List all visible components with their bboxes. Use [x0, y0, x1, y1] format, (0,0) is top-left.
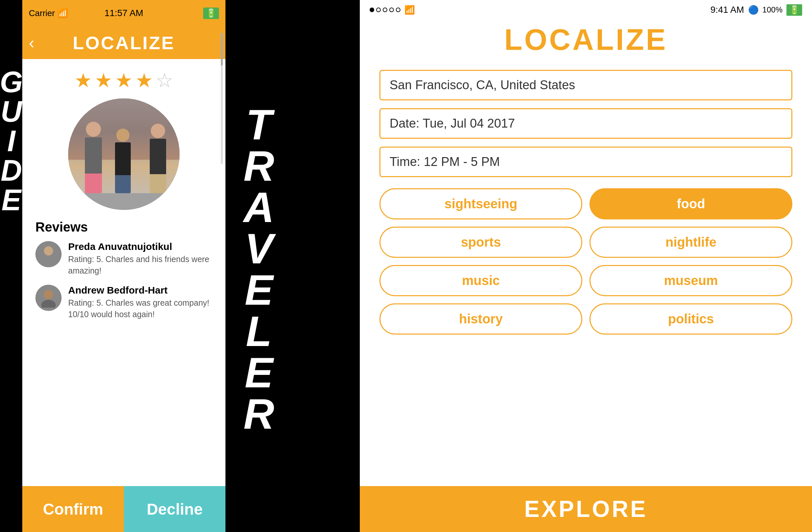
tag-politics[interactable]: politics — [590, 304, 792, 335]
right-phone: 📶 9:41 AM 🔵 100% 🔋 LOCALIZE San Francisc… — [360, 0, 812, 532]
explore-button[interactable]: EXPLORE — [524, 496, 648, 522]
photo-background — [68, 98, 179, 210]
avatar-1-icon — [39, 244, 58, 264]
right-app-title: LOCALIZE — [504, 23, 667, 57]
tag-sports-label: sports — [461, 235, 501, 249]
tag-museum[interactable]: museum — [590, 265, 792, 296]
svg-point-3 — [41, 300, 56, 308]
tag-nightlife-label: nightlife — [666, 235, 717, 249]
reviews-section: Reviews Preda Anuvatnujotikul Rating: 5.… — [32, 220, 216, 328]
tag-politics-label: politics — [668, 312, 714, 326]
reviewer-1-text: Rating: 5. Charles and his friends were … — [68, 253, 212, 277]
signal-dot-2 — [376, 8, 381, 12]
tag-sightseeing-label: sightseeing — [444, 196, 517, 211]
star-2: ★ — [95, 69, 112, 92]
scroll-thumb — [221, 33, 223, 66]
tag-history-label: history — [459, 312, 503, 326]
star-1: ★ — [74, 69, 92, 92]
tag-nightlife[interactable]: nightlife — [590, 227, 792, 258]
right-status-bar: 📶 9:41 AM 🔵 100% 🔋 — [360, 0, 812, 20]
review-item-2: Andrew Bedford-Hart Rating: 5. Charles w… — [35, 285, 212, 320]
traveler-text: TRAVELER — [234, 101, 284, 431]
tag-food-label: food — [677, 196, 705, 211]
star-3: ★ — [115, 69, 133, 92]
scroll-indicator — [221, 33, 223, 164]
left-status-bar: Carrier 📶 11:57 AM 🔋 — [22, 0, 226, 26]
svg-point-1 — [41, 256, 56, 264]
review-item-1: Preda Anuvatnujotikul Rating: 5. Charles… — [35, 241, 212, 277]
wifi-icon: 📶 — [57, 8, 68, 18]
left-phone: Carrier 📶 11:57 AM 🔋 ‹ LOCALIZE ★ ★ ★ ★ … — [22, 0, 226, 532]
star-4: ★ — [135, 69, 153, 92]
decline-button[interactable]: Decline — [124, 486, 226, 532]
left-footer: Confirm Decline — [22, 486, 226, 532]
right-status-icons: 9:41 AM 🔵 100% 🔋 — [710, 4, 802, 16]
carrier-text: Carrier — [29, 8, 55, 18]
review-2-text-block: Andrew Bedford-Hart Rating: 5. Charles w… — [68, 285, 212, 320]
right-battery-percent: 100% — [763, 5, 783, 14]
reviewer-avatar-1 — [35, 241, 62, 267]
signal-bars — [369, 8, 401, 12]
tag-history[interactable]: history — [379, 304, 582, 335]
left-app-title: LOCALIZE — [73, 32, 175, 54]
tag-museum-label: museum — [664, 273, 718, 288]
location-value: San Francisco, CA, United States — [390, 78, 575, 92]
left-header: ‹ LOCALIZE — [22, 26, 226, 59]
left-status-time: 11:57 AM — [104, 8, 143, 18]
confirm-button[interactable]: Confirm — [22, 486, 124, 532]
tag-music[interactable]: music — [379, 265, 582, 296]
location-field[interactable]: San Francisco, CA, United States — [379, 70, 792, 100]
star-5-empty: ☆ — [156, 69, 173, 92]
tag-sightseeing[interactable]: sightseeing — [379, 188, 582, 220]
review-1-text-block: Preda Anuvatnujotikul Rating: 5. Charles… — [68, 241, 212, 277]
reviewer-1-name: Preda Anuvatnujotikul — [68, 241, 212, 252]
bluetooth-icon: 🔵 — [748, 5, 758, 15]
right-battery-icon: 🔋 — [786, 4, 802, 16]
right-footer: EXPLORE — [360, 486, 812, 532]
tag-music-label: music — [462, 273, 500, 288]
right-status-time: 9:41 AM — [710, 4, 744, 15]
signal-dot-5 — [396, 8, 401, 12]
right-content: San Francisco, CA, United States Date: T… — [360, 63, 812, 486]
signal-dot-4 — [389, 8, 394, 12]
rating-stars: ★ ★ ★ ★ ☆ — [74, 69, 173, 92]
traveler-label: TRAVELER — [239, 0, 278, 532]
tags-grid: sightseeing food sports nightlife music … — [379, 188, 792, 335]
reviewer-2-name: Andrew Bedford-Hart — [68, 285, 212, 296]
reviewer-2-text: Rating: 5. Charles was great company! 10… — [68, 297, 212, 320]
tag-food[interactable]: food — [590, 188, 792, 220]
left-content: ★ ★ ★ ★ ☆ — [22, 59, 226, 486]
time-field[interactable]: Time: 12 PM - 5 PM — [379, 146, 792, 177]
time-value: Time: 12 PM - 5 PM — [390, 155, 500, 169]
avatar-2-icon — [39, 288, 58, 308]
signal-dot-1 — [369, 8, 374, 12]
svg-point-0 — [44, 246, 53, 255]
date-field[interactable]: Date: Tue, Jul 04 2017 — [379, 108, 792, 139]
date-value: Date: Tue, Jul 04 2017 — [390, 116, 515, 130]
confirm-label: Confirm — [43, 500, 103, 518]
svg-point-2 — [44, 290, 53, 299]
right-header: LOCALIZE — [360, 20, 812, 63]
decline-label: Decline — [147, 500, 203, 518]
back-arrow-icon[interactable]: ‹ — [29, 33, 34, 52]
profile-photo — [68, 98, 179, 210]
tag-sports[interactable]: sports — [379, 227, 582, 258]
battery-icon: 🔋 — [203, 8, 219, 19]
reviewer-avatar-2 — [35, 285, 62, 311]
reviews-title: Reviews — [35, 220, 212, 235]
guide-label: GUIDE — [0, 66, 22, 213]
signal-dot-3 — [383, 8, 387, 12]
right-wifi-icon: 📶 — [404, 5, 415, 15]
